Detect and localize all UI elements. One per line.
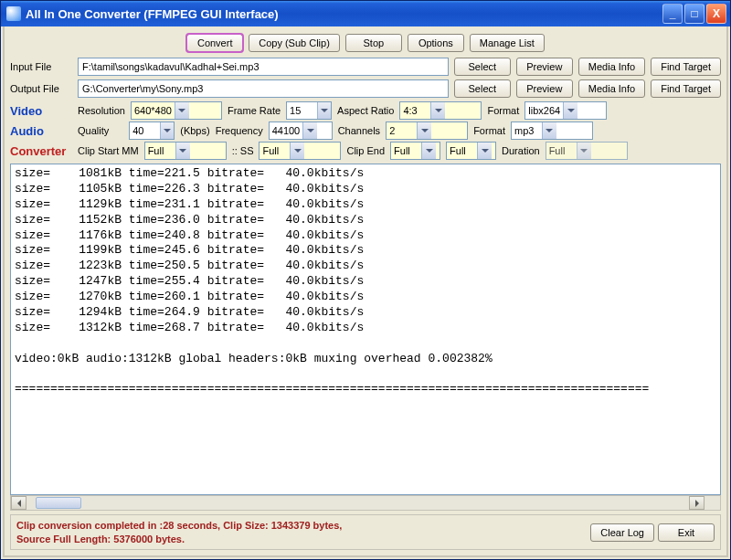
clipend-mm-combo[interactable]: Full	[390, 142, 440, 160]
quality-combo[interactable]: 40	[129, 122, 175, 140]
output-file-label: Output File	[10, 83, 72, 94]
chevron-down-icon	[577, 143, 591, 159]
video-format-label: Format	[487, 105, 519, 116]
framerate-label: Frame Rate	[228, 105, 281, 116]
manage-list-button[interactable]: Manage List	[470, 34, 545, 52]
minimize-button[interactable]: _	[662, 4, 683, 24]
main-toolbar: Convert Copy (Sub Clip) Stop Options Man…	[10, 30, 721, 58]
chevron-down-icon	[542, 122, 556, 139]
quality-label: Quality	[78, 125, 109, 136]
output-findtarget-button[interactable]: Find Target	[651, 79, 721, 98]
quality-units: (Kbps)	[180, 125, 209, 136]
channels-combo[interactable]: 2	[386, 122, 468, 140]
duration-label: Duration	[502, 145, 540, 156]
chevron-down-icon	[175, 102, 189, 119]
chevron-down-icon	[421, 143, 436, 159]
scroll-right-button[interactable]	[689, 496, 705, 510]
video-format-combo[interactable]: libx264	[524, 101, 607, 120]
maximize-button[interactable]: □	[684, 4, 705, 24]
chevron-down-icon	[302, 122, 317, 139]
client-area: Convert Copy (Sub Clip) Stop Options Man…	[3, 26, 728, 557]
clipend-label: Clip End	[346, 145, 385, 156]
input-file-label: Input File	[10, 61, 72, 72]
audio-heading: Audio	[10, 124, 72, 138]
scroll-thumb[interactable]	[36, 497, 81, 509]
aspect-combo[interactable]: 4:3	[399, 101, 482, 120]
stop-button[interactable]: Stop	[345, 34, 402, 52]
ss-label: :: SS	[232, 145, 254, 156]
duration-combo[interactable]: Full	[546, 142, 628, 160]
clipstart-label: Clip Start MM	[78, 145, 139, 156]
audio-format-combo[interactable]: mp3	[511, 122, 593, 140]
input-preview-button[interactable]: Preview	[516, 58, 573, 76]
frequency-label: Frequency	[216, 125, 263, 136]
output-file-field[interactable]	[78, 79, 449, 98]
audio-format-label: Format	[473, 125, 505, 136]
clipstart-mm-combo[interactable]: Full	[144, 142, 227, 160]
log-hscrollbar[interactable]	[10, 495, 721, 511]
chevron-down-icon	[160, 122, 174, 139]
window-title: All In One Converter (FFMPEG GUI Interfa…	[26, 7, 662, 21]
exit-button[interactable]: Exit	[658, 523, 715, 542]
chevron-down-icon	[290, 143, 304, 159]
input-mediainfo-button[interactable]: Media Info	[578, 58, 645, 76]
aspect-label: Aspect Ratio	[337, 105, 394, 116]
resolution-combo[interactable]: 640*480	[131, 101, 222, 120]
output-preview-button[interactable]: Preview	[516, 79, 573, 98]
framerate-combo[interactable]: 15	[286, 101, 332, 120]
chevron-down-icon	[417, 122, 431, 139]
frequency-combo[interactable]: 44100	[269, 122, 333, 140]
chevron-down-icon	[563, 102, 577, 119]
chevron-down-icon	[430, 102, 445, 119]
video-heading: Video	[10, 104, 72, 118]
status-text: Clip conversion completed in :28 seconds…	[16, 519, 583, 545]
scroll-left-button[interactable]	[11, 496, 26, 510]
app-window: All In One Converter (FFMPEG GUI Interfa…	[0, 0, 731, 560]
clipstart-ss-combo[interactable]: Full	[259, 142, 341, 160]
status-footer: Clip conversion completed in :28 seconds…	[10, 514, 721, 550]
titlebar[interactable]: All In One Converter (FFMPEG GUI Interfa…	[1, 1, 730, 26]
copy-subclip-button[interactable]: Copy (Sub Clip)	[249, 34, 340, 52]
input-file-field[interactable]	[78, 58, 449, 76]
chevron-down-icon	[317, 102, 331, 119]
converter-heading: Converter	[10, 144, 72, 158]
scroll-track[interactable]	[26, 496, 689, 510]
chevron-down-icon	[477, 143, 492, 159]
chevron-down-icon	[175, 143, 190, 159]
output-mediainfo-button[interactable]: Media Info	[578, 79, 645, 98]
options-button[interactable]: Options	[408, 34, 464, 52]
clipend-ss-combo[interactable]: Full	[446, 142, 496, 160]
clear-log-button[interactable]: Clear Log	[590, 523, 654, 542]
resolution-label: Resolution	[78, 105, 125, 116]
convert-button[interactable]: Convert	[186, 34, 243, 52]
channels-label: Channels	[338, 125, 380, 136]
app-icon	[6, 6, 21, 21]
log-output[interactable]: size= 1081kB time=221.5 bitrate= 40.0kbi…	[10, 164, 721, 495]
close-button[interactable]: X	[706, 4, 726, 24]
output-select-button[interactable]: Select	[454, 79, 511, 98]
input-select-button[interactable]: Select	[454, 58, 511, 76]
input-findtarget-button[interactable]: Find Target	[651, 58, 721, 76]
